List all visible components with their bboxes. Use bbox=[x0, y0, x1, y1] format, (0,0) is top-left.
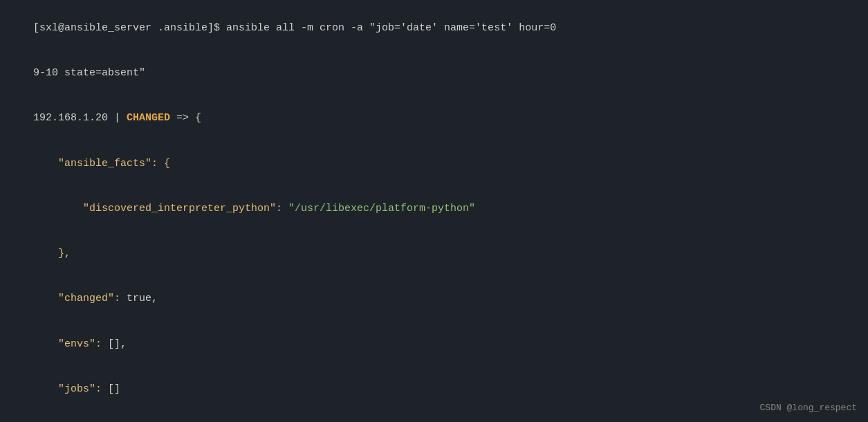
terminal: [sxl@ansible_server .ansible]$ ansible a… bbox=[0, 0, 868, 422]
facts-close-text-1: }, bbox=[33, 248, 71, 259]
interp-key-1: "discovered_interpreter_python": bbox=[33, 203, 288, 214]
ansible-facts-1: "ansible_facts": { bbox=[8, 141, 860, 186]
ip-1: 192.168.1.20 bbox=[33, 112, 108, 124]
envs-key-1: "envs": bbox=[33, 338, 108, 350]
result-close-1: } bbox=[8, 412, 860, 422]
jobs-val-1: [] bbox=[108, 383, 120, 395]
cmd-text-1: ansible all -m cron -a "job='date' name=… bbox=[226, 22, 556, 34]
watermark: CSDN @long_respect bbox=[760, 402, 857, 415]
jobs-key-1: "jobs": bbox=[33, 383, 108, 395]
result-header-1: 192.168.1.20 | CHANGED => { bbox=[8, 96, 860, 141]
prompt-1: [sxl@ansible_server .ansible]$ bbox=[33, 22, 226, 34]
changed-val-1: true, bbox=[127, 293, 158, 304]
envs-val-1: [], bbox=[108, 338, 127, 350]
jobs-1: "jobs": [] bbox=[8, 367, 860, 412]
command-line-1: [sxl@ansible_server .ansible]$ ansible a… bbox=[8, 6, 860, 51]
envs-1: "envs": [], bbox=[8, 322, 860, 367]
changed-key-1: "changed": true, bbox=[8, 277, 860, 322]
cmd-cont-1: 9-10 state=absent" bbox=[33, 67, 145, 79]
interp-val-1: "/usr/libexec/platform-python" bbox=[288, 203, 475, 214]
facts-close-1: }, bbox=[8, 231, 860, 276]
interp-line-1: "discovered_interpreter_python": "/usr/l… bbox=[8, 186, 860, 231]
arrow-1: => { bbox=[170, 112, 201, 124]
command-line-1-cont: 9-10 state=absent" bbox=[8, 51, 860, 95]
facts-key-1: "ansible_facts": { bbox=[33, 158, 170, 169]
pipe-1: | bbox=[108, 112, 127, 124]
changed-key-text-1: "changed": bbox=[33, 293, 127, 304]
changed-badge-1: CHANGED bbox=[127, 112, 170, 124]
